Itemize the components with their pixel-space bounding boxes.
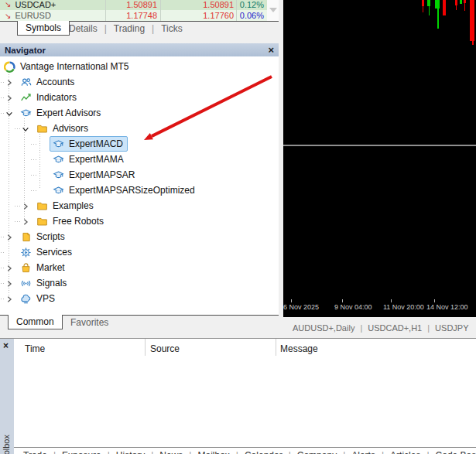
toolbox-tab-exposure[interactable]: Exposure [62, 450, 101, 454]
tree-item-advisors[interactable]: Advisors [0, 121, 279, 136]
symbol-cell: ↘EURUSD [0, 10, 105, 21]
toolbox-tab-calendar[interactable]: Calendar [245, 450, 283, 454]
tree-item-label: Signals [36, 278, 67, 288]
down-right-arrow-icon: ↘ [5, 0, 11, 9]
toolbox-tab-news[interactable]: News [159, 450, 183, 454]
chevron-down-icon[interactable] [5, 109, 13, 117]
tree-item-expertmama[interactable]: ExpertMAMA [0, 152, 279, 167]
tree-guide [15, 128, 21, 129]
column-divider [105, 0, 106, 21]
tab-common[interactable]: Common [8, 315, 63, 329]
tree-item-expertmapsarsizeoptimized[interactable]: ExpertMAPSARSizeOptimized [0, 183, 279, 198]
candle-body [460, 0, 462, 4]
axis-label: 6 Nov 2025 [283, 303, 319, 311]
toolbox-tab-alerts[interactable]: Alerts [351, 450, 375, 454]
chart-panel[interactable]: 6 Nov 20259 Nov 04:0011 Nov 20:0014 Nov … [283, 0, 476, 317]
tree-item-label: Vantage International MT5 [20, 61, 129, 72]
tree-item-accounts[interactable]: Accounts [0, 74, 279, 90]
tree-item-content: Advisors [36, 121, 88, 135]
tree-item-label: ExpertMAPSAR [69, 169, 135, 180]
axis-tick [434, 299, 435, 302]
toolbox-tab-history[interactable]: History [116, 450, 145, 454]
chevron-right-icon[interactable] [5, 264, 13, 271]
candle-body [464, 0, 466, 3]
tree-item-indicators[interactable]: Indicators [0, 90, 279, 105]
chart-tab-usdcad-h1[interactable]: USDCAD+,H1 [368, 323, 422, 333]
toolbox-tab-mailbox[interactable]: Mailbox [197, 450, 229, 454]
toolbox-tab-company[interactable]: Company [297, 450, 337, 454]
toolbox-tab-code-base[interactable]: Code Base [436, 450, 476, 454]
tree-item-scripts[interactable]: Scripts [0, 229, 279, 244]
tree-item-content: Market [20, 261, 65, 275]
expert-advisor-icon [53, 169, 64, 181]
tree-item-label: Advisors [53, 123, 88, 134]
expert-advisor-icon [53, 138, 64, 150]
tree-item-examples[interactable]: Examples [0, 198, 279, 213]
tree-item-content: ExpertMAMA [53, 152, 124, 166]
down-right-arrow-icon: ↘ [5, 12, 11, 20]
chevron-right-icon[interactable] [5, 94, 13, 101]
tree-item-content: ExpertMAPSARSizeOptimized [53, 183, 195, 197]
folder-icon [36, 200, 48, 212]
chevron-right-icon[interactable] [22, 202, 29, 210]
expert-advisor-icon [53, 185, 64, 196]
market-watch-scrollbar[interactable] [267, 0, 279, 21]
chart-tab-usdjpy[interactable]: USDJPY [435, 323, 468, 333]
tree-item-expertmacd[interactable]: ExpertMACD [0, 136, 279, 152]
scroll-down-icon[interactable] [269, 8, 277, 12]
tree-item-vantage-international-mt5[interactable]: Vantage International MT5 [0, 59, 279, 74]
market-icon [20, 262, 32, 274]
close-icon[interactable]: × [268, 43, 274, 56]
toolbox-tab-trade[interactable]: Trade [23, 450, 47, 454]
tree-item-vps[interactable]: VPS [0, 291, 279, 306]
expert-advisor-icon [20, 108, 32, 119]
chevron-down-icon[interactable] [22, 125, 29, 132]
tree-item-expertmapsar[interactable]: ExpertMAPSAR [0, 167, 279, 183]
ask-cell: 1.17760 [163, 10, 234, 21]
tree-guide [31, 175, 37, 176]
market-row-eurusd[interactable]: ↘EURUSD1.177481.177600.06% [0, 10, 267, 21]
change-cell: 0.06% [232, 10, 264, 21]
tree-item-label: ExpertMAPSARSizeOptimized [69, 185, 195, 196]
toolbox-tab-articles[interactable]: Articles [390, 450, 420, 454]
tree-item-market[interactable]: Market [0, 260, 279, 275]
symbol-cell: ↘USDCAD+ [0, 0, 105, 10]
symbol-label: USDCAD+ [15, 0, 56, 9]
tab-trading[interactable]: Trading [107, 23, 152, 34]
tree-guide [0, 283, 5, 284]
tree-item-content: Services [20, 245, 72, 259]
column-divider [276, 339, 276, 356]
tab-separator: | [422, 323, 435, 333]
chevron-right-icon[interactable] [22, 217, 29, 225]
tab-ticks[interactable]: Ticks [154, 23, 190, 34]
bid-cell: 1.17748 [108, 10, 157, 21]
tree-item-label: Expert Advisors [36, 108, 101, 118]
tree-item-label: Examples [53, 200, 94, 211]
tab-separator: | [230, 450, 245, 454]
close-icon[interactable]: × [3, 340, 9, 351]
chevron-right-icon[interactable] [5, 295, 13, 302]
chevron-right-icon[interactable] [5, 233, 13, 241]
tree-item-signals[interactable]: Signals [0, 275, 279, 291]
tab-symbols[interactable]: Symbols [17, 21, 70, 36]
chart-tab-audusd-daily[interactable]: AUDUSD+,Daily [293, 323, 354, 333]
chevron-right-icon[interactable] [5, 78, 13, 86]
tree-item-content: Free Robots [36, 214, 104, 228]
candle-body [435, 0, 440, 9]
tab-favorites[interactable]: Favorites [63, 317, 115, 328]
axis-label: 9 Nov 04:00 [334, 303, 372, 311]
column-divider [236, 0, 237, 21]
chart-subwindow-divider[interactable] [283, 145, 476, 146]
chevron-right-icon[interactable] [5, 279, 13, 287]
column-header-time: Time [25, 343, 45, 354]
tree-item-expert-advisors[interactable]: Expert Advisors [0, 105, 279, 121]
column-divider [145, 339, 146, 356]
tab-separator: | [283, 450, 297, 454]
indicators-icon [20, 92, 32, 104]
market-row-usdcad[interactable]: ↘USDCAD+1.508911.508910.12% [0, 0, 267, 10]
column-header-source: Source [150, 343, 180, 354]
tree-item-free-robots[interactable]: Free Robots [0, 213, 279, 229]
toolbox-vertical-label: Toolbox [2, 435, 11, 454]
navigator-title: Navigator [5, 46, 46, 55]
tree-item-services[interactable]: Services [0, 244, 279, 260]
